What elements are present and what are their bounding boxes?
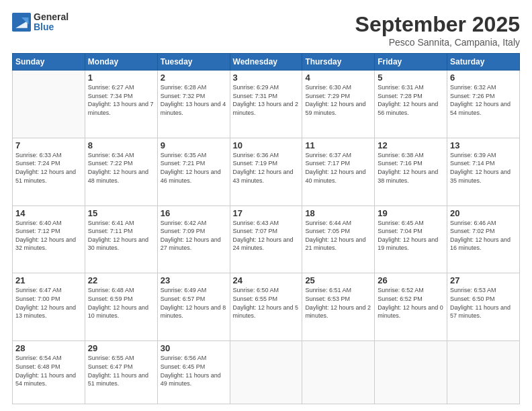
sunrise: Sunrise: 6:45 AM xyxy=(378,220,424,226)
sunset: Sunset: 7:29 PM xyxy=(305,93,350,99)
sunset: Sunset: 6:45 PM xyxy=(161,363,206,370)
day-info: Sunrise: 6:40 AM Sunset: 7:12 PM Dayligh… xyxy=(15,219,82,253)
day-info: Sunrise: 6:27 AM Sunset: 7:34 PM Dayligh… xyxy=(88,83,154,117)
day-info: Sunrise: 6:48 AM Sunset: 6:59 PM Dayligh… xyxy=(88,286,154,320)
empty-cell xyxy=(302,341,375,404)
day-8: 8 Sunrise: 6:34 AM Sunset: 7:22 PM Dayli… xyxy=(85,138,157,205)
sunset: Sunset: 7:02 PM xyxy=(450,228,495,234)
daylight: Daylight: 12 hours and 30 minutes. xyxy=(88,236,148,252)
daylight: Daylight: 12 hours and 19 minutes. xyxy=(378,236,438,252)
day-16: 16 Sunrise: 6:42 AM Sunset: 7:09 PM Dayl… xyxy=(157,205,230,273)
day-info: Sunrise: 6:37 AM Sunset: 7:17 PM Dayligh… xyxy=(305,151,371,185)
sunrise: Sunrise: 6:28 AM xyxy=(161,84,207,91)
sunrise: Sunrise: 6:53 AM xyxy=(450,287,496,293)
day-info: Sunrise: 6:30 AM Sunset: 7:29 PM Dayligh… xyxy=(305,83,371,117)
sunset: Sunset: 7:04 PM xyxy=(378,228,423,234)
header-friday: Friday xyxy=(375,54,447,71)
day-15: 15 Sunrise: 6:41 AM Sunset: 7:11 PM Dayl… xyxy=(85,205,157,273)
daylight: Daylight: 12 hours and 46 minutes. xyxy=(161,169,221,184)
day-info: Sunrise: 6:45 AM Sunset: 7:04 PM Dayligh… xyxy=(378,219,444,253)
daylight: Daylight: 13 hours and 7 minutes. xyxy=(88,101,154,116)
day-number: 7 xyxy=(15,140,82,150)
day-number: 1 xyxy=(88,73,154,83)
daylight: Daylight: 12 hours and 32 minutes. xyxy=(15,236,76,252)
day-29: 29 Sunrise: 6:55 AM Sunset: 6:47 PM Dayl… xyxy=(85,341,157,404)
daylight: Daylight: 11 hours and 54 minutes. xyxy=(15,372,76,387)
sunset: Sunset: 6:53 PM xyxy=(305,295,350,302)
day-number: 25 xyxy=(305,275,371,285)
sunrise: Sunrise: 6:47 AM xyxy=(15,287,62,293)
day-22: 22 Sunrise: 6:48 AM Sunset: 6:59 PM Dayl… xyxy=(85,273,157,341)
day-info: Sunrise: 6:46 AM Sunset: 7:02 PM Dayligh… xyxy=(450,219,517,253)
sunrise: Sunrise: 6:35 AM xyxy=(161,152,207,158)
daylight: Daylight: 12 hours and 43 minutes. xyxy=(233,169,294,184)
sunset: Sunset: 7:28 PM xyxy=(378,93,423,99)
daylight: Daylight: 12 hours and 35 minutes. xyxy=(450,169,511,184)
day-info: Sunrise: 6:38 AM Sunset: 7:16 PM Dayligh… xyxy=(378,151,444,185)
empty-cell xyxy=(230,341,302,404)
day-number: 30 xyxy=(161,343,227,353)
day-18: 18 Sunrise: 6:44 AM Sunset: 7:05 PM Dayl… xyxy=(302,205,375,273)
sunrise: Sunrise: 6:46 AM xyxy=(450,220,496,226)
sunset: Sunset: 6:52 PM xyxy=(378,295,423,302)
week-row-3: 14 Sunrise: 6:40 AM Sunset: 7:12 PM Dayl… xyxy=(13,205,520,273)
day-9: 9 Sunrise: 6:35 AM Sunset: 7:21 PM Dayli… xyxy=(157,138,230,205)
day-number: 5 xyxy=(378,73,444,83)
day-info: Sunrise: 6:51 AM Sunset: 6:53 PM Dayligh… xyxy=(305,286,371,320)
daylight: Daylight: 12 hours and 38 minutes. xyxy=(378,169,438,184)
sunset: Sunset: 7:21 PM xyxy=(161,160,206,167)
sunset: Sunset: 7:11 PM xyxy=(88,228,133,234)
day-number: 21 xyxy=(15,275,82,285)
empty-cell xyxy=(447,341,520,404)
day-info: Sunrise: 6:41 AM Sunset: 7:11 PM Dayligh… xyxy=(88,219,154,253)
header-tuesday: Tuesday xyxy=(157,54,230,71)
daylight: Daylight: 13 hours and 2 minutes. xyxy=(233,101,299,116)
day-number: 13 xyxy=(450,140,517,150)
empty-cell xyxy=(13,71,85,138)
day-info: Sunrise: 6:53 AM Sunset: 6:50 PM Dayligh… xyxy=(450,286,517,320)
day-info: Sunrise: 6:31 AM Sunset: 7:28 PM Dayligh… xyxy=(378,83,444,117)
day-5: 5 Sunrise: 6:31 AM Sunset: 7:28 PM Dayli… xyxy=(375,71,447,138)
day-number: 24 xyxy=(233,275,300,285)
day-25: 25 Sunrise: 6:51 AM Sunset: 6:53 PM Dayl… xyxy=(302,273,375,341)
day-number: 8 xyxy=(88,140,154,150)
sunset: Sunset: 7:17 PM xyxy=(305,160,350,167)
day-info: Sunrise: 6:28 AM Sunset: 7:32 PM Dayligh… xyxy=(161,83,227,117)
day-number: 6 xyxy=(450,73,517,83)
sunrise: Sunrise: 6:50 AM xyxy=(233,287,279,293)
day-13: 13 Sunrise: 6:39 AM Sunset: 7:14 PM Dayl… xyxy=(447,138,520,205)
daylight: Daylight: 12 hours and 13 minutes. xyxy=(15,304,76,320)
sunset: Sunset: 7:07 PM xyxy=(233,228,278,234)
week-row-4: 21 Sunrise: 6:47 AM Sunset: 7:00 PM Dayl… xyxy=(13,273,520,341)
day-info: Sunrise: 6:33 AM Sunset: 7:24 PM Dayligh… xyxy=(15,151,82,185)
day-number: 17 xyxy=(233,208,300,218)
sunset: Sunset: 7:24 PM xyxy=(15,160,60,167)
calendar: Sunday Monday Tuesday Wednesday Thursday… xyxy=(12,53,520,404)
day-10: 10 Sunrise: 6:36 AM Sunset: 7:19 PM Dayl… xyxy=(230,138,302,205)
sunset: Sunset: 7:14 PM xyxy=(450,160,495,167)
sunset: Sunset: 7:16 PM xyxy=(378,160,423,167)
day-number: 23 xyxy=(161,275,227,285)
sunrise: Sunrise: 6:36 AM xyxy=(233,152,279,158)
sunset: Sunset: 7:09 PM xyxy=(161,228,206,234)
sunset: Sunset: 6:55 PM xyxy=(233,295,278,302)
day-number: 27 xyxy=(450,275,517,285)
day-number: 9 xyxy=(161,140,227,150)
daylight: Daylight: 12 hours and 59 minutes. xyxy=(305,101,365,116)
sunrise: Sunrise: 6:56 AM xyxy=(161,355,207,361)
day-info: Sunrise: 6:49 AM Sunset: 6:57 PM Dayligh… xyxy=(161,286,227,320)
day-28: 28 Sunrise: 6:54 AM Sunset: 6:48 PM Dayl… xyxy=(13,341,85,404)
day-number: 10 xyxy=(233,140,300,150)
daylight: Daylight: 12 hours and 48 minutes. xyxy=(88,169,148,184)
day-info: Sunrise: 6:29 AM Sunset: 7:31 PM Dayligh… xyxy=(233,83,300,117)
sunrise: Sunrise: 6:39 AM xyxy=(450,152,496,158)
daylight: Daylight: 12 hours and 21 minutes. xyxy=(305,236,365,252)
sunrise: Sunrise: 6:55 AM xyxy=(88,355,134,361)
header-monday: Monday xyxy=(85,54,157,71)
logo-text: General Blue xyxy=(34,12,69,33)
day-info: Sunrise: 6:44 AM Sunset: 7:05 PM Dayligh… xyxy=(305,219,371,253)
day-info: Sunrise: 6:55 AM Sunset: 6:47 PM Dayligh… xyxy=(88,354,154,387)
day-24: 24 Sunrise: 6:50 AM Sunset: 6:55 PM Dayl… xyxy=(230,273,302,341)
week-row-2: 7 Sunrise: 6:33 AM Sunset: 7:24 PM Dayli… xyxy=(13,138,520,205)
day-11: 11 Sunrise: 6:37 AM Sunset: 7:17 PM Dayl… xyxy=(302,138,375,205)
